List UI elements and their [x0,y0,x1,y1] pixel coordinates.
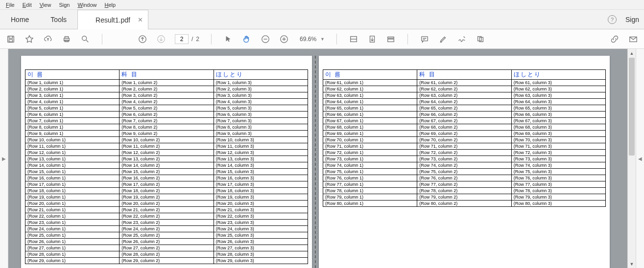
table-cell: (Row 16, column 1) [25,175,119,181]
menu-sign[interactable]: Sign [55,1,73,9]
col-header-3: ほしとり [511,70,605,80]
table-cell: (Row 23, column 2) [119,220,214,226]
table-cell: (Row 68, column 3) [511,124,605,131]
vertical-scrollbar[interactable]: ▲ ▼ [627,49,636,268]
table-cell: (Row 63, column 2) [417,92,511,99]
table-row: (Row 6, column 1)(Row 6, column 2)(Row 6… [25,112,308,118]
table-row: (Row 27, column 1)(Row 27, column 2)(Row… [25,245,308,251]
table-cell: (Row 11, column 1) [25,143,119,150]
stamp-icon[interactable] [476,34,485,44]
star-icon[interactable] [24,34,34,44]
zoom-out-icon[interactable] [261,34,270,44]
page-up-icon[interactable] [138,34,147,44]
table-row: (Row 63, column 1)(Row 63, column 2)(Row… [323,92,606,99]
table-cell: (Row 7, column 3) [214,118,308,124]
table-row: (Row 25, column 1)(Row 25, column 2)(Row… [25,232,308,239]
menu-window[interactable]: Window [73,1,100,9]
sign-icon[interactable] [457,34,467,44]
table-cell: (Row 26, column 2) [119,239,214,245]
table-cell: (Row 77, column 3) [511,181,605,188]
table-cell: (Row 71, column 1) [323,143,417,150]
table-cell: (Row 10, column 3) [214,137,308,143]
hand-icon[interactable] [242,34,252,44]
cloud-upload-icon[interactable] [43,34,53,44]
table-cell: (Row 14, column 3) [214,162,308,169]
scroll-up-arrow[interactable]: ▲ [628,49,636,57]
fit-page-icon[interactable] [367,34,377,44]
highlight-icon[interactable] [438,34,448,44]
table-cell: (Row 74, column 2) [417,162,511,169]
table-cell: (Row 24, column 2) [119,226,214,232]
table-cell: (Row 22, column 2) [119,213,214,220]
menu-help[interactable]: Help [101,1,120,9]
table-cell: (Row 16, column 3) [214,175,308,181]
table-cell: (Row 13, column 3) [214,156,308,162]
table-cell: (Row 70, column 1) [323,137,417,143]
table-cell: (Row 14, column 2) [119,162,214,169]
table-cell: (Row 6, column 1) [25,112,119,118]
page-current-input[interactable] [175,34,189,44]
table-row: (Row 80, column 1)(Row 80, column 2)(Row… [323,201,606,207]
table-cell: (Row 62, column 2) [417,86,511,92]
tab-bar: Home Tools Result1.pdf ✕ ? Sign [0,10,644,29]
print-icon[interactable] [62,34,72,44]
tab-home[interactable]: Home [0,10,40,29]
table-row: (Row 7, column 1)(Row 7, column 2)(Row 7… [25,118,308,124]
chevron-down-icon: ▼ [320,37,325,42]
mail-icon[interactable] [628,34,638,44]
table-cell: (Row 1, column 2) [119,80,214,86]
close-tab-icon[interactable]: ✕ [138,16,143,23]
read-mode-icon[interactable] [386,34,396,44]
table-cell: (Row 15, column 1) [25,169,119,175]
table-cell: (Row 28, column 2) [119,251,214,258]
menu-view[interactable]: View [36,1,55,9]
table-cell: (Row 14, column 1) [25,162,119,169]
svg-rect-0 [8,36,14,42]
fit-width-icon[interactable] [349,34,358,44]
table-cell: (Row 26, column 3) [214,239,308,245]
table-cell: (Row 75, column 3) [511,169,605,175]
table-cell: (Row 29, column 2) [119,258,214,264]
menu-edit[interactable]: Edit [19,1,36,9]
table-cell: (Row 16, column 2) [119,175,214,181]
sign-in-link[interactable]: Sign [625,16,639,23]
table-row: (Row 76, column 1)(Row 76, column 2)(Row… [323,175,606,181]
table-cell: (Row 64, column 1) [323,99,417,105]
left-panel-toggle[interactable]: ▶ [0,49,8,268]
data-table-page1: 이 름 科 目 ほしとり (Row 1, column 1)(Row 1, co… [25,69,308,264]
zoom-in-icon[interactable] [279,34,289,44]
tab-document[interactable]: Result1.pdf ✕ [77,10,148,29]
help-icon[interactable]: ? [608,15,617,24]
table-cell: (Row 78, column 1) [323,188,417,194]
col-header-2: 科 目 [417,70,511,80]
table-cell: (Row 12, column 1) [25,150,119,156]
scroll-thumb[interactable] [629,58,635,156]
save-icon[interactable] [6,34,16,44]
table-cell: (Row 13, column 1) [25,156,119,162]
comment-icon[interactable] [420,34,429,44]
page-1: 이 름 科 目 ほしとり (Row 1, column 1)(Row 1, co… [21,56,312,268]
table-cell: (Row 8, column 3) [214,124,308,131]
table-row: (Row 26, column 1)(Row 26, column 2)(Row… [25,239,308,245]
table-cell: (Row 2, column 1) [25,86,119,92]
table-cell: (Row 66, column 2) [417,112,511,118]
table-cell: (Row 17, column 2) [119,181,214,188]
search-icon[interactable] [80,34,90,44]
table-cell: (Row 11, column 2) [119,143,214,150]
link-icon[interactable] [610,34,620,44]
table-cell: (Row 66, column 3) [511,112,605,118]
right-panel-toggle[interactable]: ◀ [636,49,644,268]
menu-file[interactable]: File [2,1,19,9]
col-header-3: ほしとり [214,70,308,80]
tab-tools[interactable]: Tools [40,10,77,29]
tab-document-label: Result1.pdf [95,16,130,24]
scroll-down-arrow[interactable]: ▼ [628,260,636,268]
table-cell: (Row 4, column 2) [119,99,214,105]
table-cell: (Row 69, column 2) [417,131,511,137]
zoom-select[interactable]: 69.6% ▼ [298,35,325,44]
pointer-icon[interactable] [223,34,233,44]
table-cell: (Row 68, column 2) [417,124,511,131]
page-down-icon[interactable] [156,34,166,44]
document-viewport[interactable]: 이 름 科 目 ほしとり (Row 1, column 1)(Row 1, co… [8,49,627,268]
table-row: (Row 75, column 1)(Row 75, column 2)(Row… [323,169,606,175]
